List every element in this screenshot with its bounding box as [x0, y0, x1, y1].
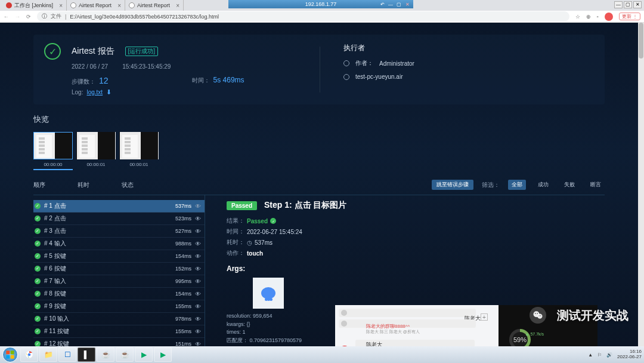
eye-icon[interactable]: 👁: [195, 228, 201, 235]
thumb-image: [33, 132, 73, 159]
chat-bubble-icon: [261, 287, 275, 299]
win-maximize[interactable]: ▢: [395, 1, 402, 7]
filter-all[interactable]: 全部: [508, 180, 526, 190]
sort-duration[interactable]: 耗时: [78, 181, 89, 189]
page-scrollbar[interactable]: [638, 23, 644, 346]
tray-clock[interactable]: 16:16 2022-06-27: [617, 349, 642, 360]
svg-rect-7: [11, 350, 14, 354]
check-icon: ✓: [270, 218, 276, 224]
step-item[interactable]: ✓# 6 按键152ms👁: [33, 263, 205, 275]
win-minimize[interactable]: —: [387, 1, 394, 7]
translate-icon[interactable]: ⊕: [586, 14, 591, 20]
step-item[interactable]: ✓# 11 按键155ms👁: [33, 325, 205, 338]
tray-flag-icon[interactable]: ⚐: [597, 352, 602, 358]
step-item[interactable]: ✓# 2 点击523ms👁: [33, 213, 205, 225]
eye-icon[interactable]: 👁: [195, 203, 201, 210]
taskbar-play-icon[interactable]: ▶: [135, 347, 153, 362]
win-close[interactable]: ✕: [404, 1, 411, 7]
browser-tab-report-2[interactable]: Airtest Report ×: [125, 0, 184, 11]
steps-list[interactable]: ✓# 1 点击537ms👁✓# 2 点击523ms👁✓# 3 点击527ms👁✓…: [33, 195, 205, 346]
taskbar-play-icon-2[interactable]: ▶: [154, 347, 172, 362]
eye-icon[interactable]: 👁: [195, 328, 201, 335]
step-item[interactable]: ✓# 1 点击537ms👁: [33, 200, 205, 213]
win-nav-back[interactable]: ↶: [379, 1, 386, 7]
os-close[interactable]: ✕: [633, 1, 642, 8]
sort-status[interactable]: 状态: [122, 181, 134, 189]
update-button[interactable]: 更新 ⋮: [619, 13, 640, 20]
browser-url-bar: ← → ⟳ ⓘ 文件 | E:/Airtest_log/3e0e4d8903db…: [0, 11, 644, 23]
taskbar-chrome-icon[interactable]: [20, 347, 38, 362]
nav-forward-icon[interactable]: →: [15, 14, 20, 20]
quickview-title: 快览: [33, 114, 605, 125]
taskbar-terminal-icon[interactable]: ▌: [78, 347, 95, 362]
step-item[interactable]: ✓# 10 输入978ms👁: [33, 313, 205, 325]
thumb-time: 00:00:01: [76, 162, 116, 167]
eye-icon[interactable]: 👁: [195, 316, 201, 322]
step-item[interactable]: ✓# 4 输入988ms👁: [33, 238, 205, 250]
step-detail-title: Step 1: 点击 目标图片: [264, 200, 346, 211]
target-image-thumb[interactable]: [253, 278, 284, 309]
step-item[interactable]: ✓# 9 按键155ms👁: [33, 300, 205, 313]
quickview-thumb[interactable]: 00:00:01: [119, 132, 159, 170]
browser-tab-jenkins[interactable]: 工作台 [Jenkins] ×: [2, 0, 67, 11]
nav-back-icon[interactable]: ←: [4, 14, 9, 20]
eye-icon[interactable]: 👁: [195, 278, 201, 285]
svg-point-5: [540, 315, 541, 316]
eye-icon[interactable]: 👁: [195, 341, 201, 347]
step-success-icon: ✓: [35, 341, 41, 346]
quickview-thumb[interactable]: 00:00:01: [76, 132, 116, 170]
quickview-thumb[interactable]: 00:00:00: [33, 132, 73, 170]
os-minimize[interactable]: —: [614, 1, 623, 8]
taskbar-app-icon[interactable]: ☐: [58, 347, 76, 362]
sort-order[interactable]: 顺序: [33, 181, 45, 189]
filter-success[interactable]: 成功: [534, 180, 552, 190]
eye-icon[interactable]: 👁: [195, 303, 201, 310]
taskbar-explorer-icon[interactable]: 📁: [39, 347, 57, 362]
step-item[interactable]: ✓# 8 按键154ms👁: [33, 288, 205, 300]
eye-icon[interactable]: 👁: [195, 253, 201, 260]
filter-assert[interactable]: 断言: [587, 180, 605, 190]
star-icon[interactable]: ☆: [575, 14, 580, 20]
extension-icon[interactable]: ▫: [597, 14, 599, 20]
duration-value: 5s 469ms: [213, 76, 244, 84]
log-link[interactable]: log.txt: [86, 89, 103, 96]
eye-icon[interactable]: 👁: [195, 291, 201, 297]
step-item[interactable]: ✓# 7 输入995ms👁: [33, 275, 205, 288]
step-passed-badge: Passed: [227, 201, 257, 210]
step-success-icon: ✓: [35, 228, 41, 234]
args-title: Args:: [227, 264, 605, 273]
step-item[interactable]: ✓# 3 点击527ms👁: [33, 225, 205, 238]
download-icon[interactable]: ⬇: [106, 88, 112, 96]
profile-icon[interactable]: [605, 13, 613, 21]
browser-tab-report-1[interactable]: Airtest Report ×: [67, 0, 125, 11]
radio-icon[interactable]: [343, 74, 349, 80]
tab-close-icon[interactable]: ×: [59, 2, 63, 9]
tab-close-icon[interactable]: ×: [117, 2, 121, 9]
filter-fail[interactable]: 失败: [561, 180, 578, 190]
eye-icon[interactable]: 👁: [195, 241, 201, 247]
step-success-icon: ✓: [35, 241, 41, 247]
step-success-icon: ✓: [35, 291, 41, 297]
step-item[interactable]: ✓# 12 按键151ms👁: [33, 338, 205, 346]
author-value: Administrator: [379, 60, 414, 67]
svg-point-4: [538, 315, 539, 316]
tray-sound-icon[interactable]: 🔊: [606, 352, 612, 358]
svg-point-11: [28, 353, 31, 356]
step-item[interactable]: ✓# 5 按键154ms👁: [33, 250, 205, 263]
os-maximize[interactable]: ▢: [624, 1, 632, 8]
start-button[interactable]: [2, 347, 18, 362]
taskbar-java-icon[interactable]: ☕: [97, 347, 114, 362]
eye-icon[interactable]: 👁: [195, 266, 201, 272]
nav-reload-icon[interactable]: ⟳: [26, 14, 31, 20]
step-success-icon: ✓: [35, 203, 41, 209]
jump-to-error-button[interactable]: 跳至错误步骤: [432, 180, 473, 190]
taskbar-java-icon-2[interactable]: ☕: [116, 347, 134, 362]
run-timerange: 15:45:23-15:45:29: [122, 63, 171, 70]
tab-close-icon[interactable]: ×: [176, 2, 179, 9]
steps-count: 12: [99, 76, 109, 85]
eye-icon[interactable]: 👁: [195, 216, 201, 222]
tray-up-icon[interactable]: ▲: [588, 352, 593, 358]
step-success-icon: ✓: [35, 253, 41, 259]
radio-icon[interactable]: [343, 60, 349, 66]
url-input[interactable]: ⓘ 文件 | E:/Airtest_log/3e0e4d8903db557beb…: [37, 11, 569, 21]
